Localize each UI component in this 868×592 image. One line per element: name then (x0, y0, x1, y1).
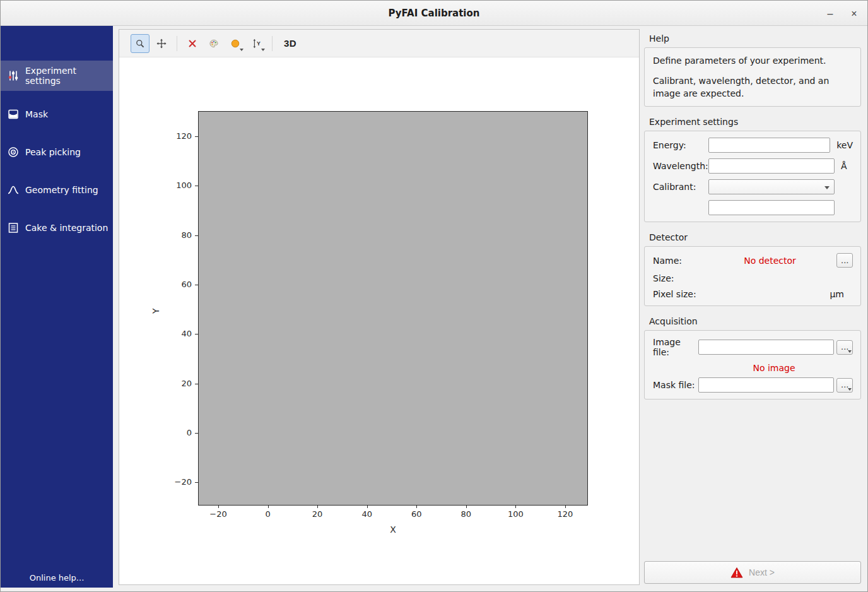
mask-file-row: Mask file: ... (653, 377, 853, 393)
target-icon (7, 146, 20, 158)
chevron-down-icon (824, 186, 830, 189)
axis-orientation-button[interactable]: Y (247, 34, 266, 53)
y-tick-mark (195, 334, 198, 334)
plot-canvas[interactable] (198, 111, 588, 506)
sidebar-item-peak-picking[interactable]: Peak picking (1, 137, 113, 167)
plot-toolbar: Y 3D (119, 30, 639, 57)
wavelength-unit: Å (841, 161, 847, 171)
titlebar: PyFAI Calibration – × (1, 1, 867, 26)
sidebar: Experiment settings Mask Peak picking (1, 26, 113, 588)
3d-label: 3D (284, 38, 296, 49)
experiment-settings-box: Energy: keV Wavelength: Å Calibrant: (644, 131, 861, 222)
x-tick-label: 80 (447, 509, 485, 519)
detector-size-label: Size: (653, 273, 703, 283)
sidebar-item-geometry-fitting[interactable]: Geometry fitting (1, 175, 113, 205)
zoom-button[interactable] (131, 34, 150, 53)
sidebar-item-label: Cake & integration (25, 223, 108, 233)
calibrant-file-row (653, 200, 853, 215)
chevron-down-icon (261, 49, 265, 51)
mask-file-input[interactable] (698, 377, 834, 393)
sidebar-item-experiment-settings[interactable]: Experiment settings (1, 61, 113, 91)
x-tick-label: 100 (496, 509, 534, 519)
energy-input[interactable] (708, 138, 830, 153)
pan-button[interactable] (152, 34, 171, 53)
detector-browse-button[interactable]: ... (836, 253, 853, 268)
y-tick-mark (195, 186, 198, 186)
energy-unit: keV (836, 140, 853, 150)
chevron-down-icon (848, 350, 852, 353)
energy-label: Energy: (653, 140, 708, 150)
y-tick-mark (195, 136, 198, 137)
help-paragraph: Calibrant, wavelength, detector, and an … (653, 74, 853, 100)
chevron-down-icon (240, 49, 243, 51)
detector-name-row: Name: No detector ... (653, 253, 853, 268)
mask-file-browse-button[interactable]: ... (836, 378, 853, 393)
sidebar-item-label: Peak picking (25, 147, 81, 157)
toolbar-separator (272, 36, 273, 51)
wavelength-input[interactable] (708, 158, 835, 174)
pixel-size-row: Pixel size: µm (653, 289, 853, 299)
x-tick-mark (466, 506, 467, 508)
help-paragraph: Define parameters of your experiment. (653, 54, 853, 67)
red-x-icon (187, 37, 197, 50)
sidebar-item-cake-integration[interactable]: Cake & integration (1, 213, 113, 243)
calibrant-select[interactable] (708, 179, 835, 194)
y-tick-label: 100 (156, 179, 192, 192)
image-file-browse-button[interactable]: ... (836, 340, 853, 355)
calibrant-row: Calibrant: (653, 179, 853, 194)
detector-name-value: No detector (703, 256, 836, 266)
y-tick-mark (195, 235, 198, 236)
y-tick-label: 60 (156, 278, 192, 291)
colormap-button[interactable] (204, 34, 223, 53)
image-file-row: Image file: ... (653, 337, 853, 357)
plot-canvas-area: X Y −20020406080100120120100806040200−20 (119, 57, 639, 584)
x-tick-label: 60 (397, 509, 435, 519)
acquisition-box: Image file: ... No image Mask file: ... (644, 330, 861, 400)
x-tick-mark (268, 506, 269, 508)
x-tick-label: 120 (546, 509, 584, 519)
experiment-settings-title: Experiment settings (649, 117, 861, 127)
plot-panel: Y 3D X Y −200204060801001201201008060402… (119, 29, 640, 585)
detector-size-row: Size: (653, 273, 853, 283)
y-tick-label: 80 (156, 229, 192, 242)
x-tick-label: 0 (249, 509, 287, 519)
y-tick-mark (195, 482, 198, 483)
clear-points-button[interactable] (183, 34, 202, 53)
3d-view-button[interactable]: 3D (278, 34, 302, 53)
image-file-input[interactable] (698, 340, 834, 355)
window-title: PyFAI Calibration (1, 1, 867, 26)
app-window: PyFAI Calibration – × Experiment setting… (0, 0, 868, 592)
online-help-link[interactable]: Online help... (1, 573, 113, 583)
next-button-label: Next > (749, 567, 775, 577)
x-tick-mark (317, 506, 318, 508)
x-tick-mark (515, 506, 516, 508)
calibrant-file-input[interactable] (708, 200, 835, 215)
sliders-icon (7, 69, 20, 82)
sidebar-item-label: Geometry fitting (25, 185, 98, 195)
x-tick-mark (565, 506, 566, 508)
mask-file-label: Mask file: (653, 380, 698, 390)
peak-curve-icon (7, 184, 20, 196)
detector-name-label: Name: (653, 256, 703, 266)
palette-icon (209, 37, 219, 50)
wavelength-label: Wavelength: (653, 161, 708, 171)
x-tick-mark (218, 506, 219, 508)
minimize-button[interactable]: – (819, 1, 841, 25)
x-tick-mark (416, 506, 417, 508)
y-tick-label: 120 (156, 130, 192, 143)
image-file-label: Image file: (653, 337, 698, 357)
pixel-size-unit: µm (830, 289, 844, 299)
detector-box: Name: No detector ... Size: Pixel size: … (644, 246, 861, 306)
y-tick-mark (195, 285, 198, 285)
y-tick-label: 20 (156, 377, 192, 390)
energy-row: Energy: keV (653, 138, 853, 153)
sidebar-item-mask[interactable]: Mask (1, 99, 113, 129)
pixel-size-label: Pixel size: (653, 289, 703, 299)
y-tick-mark (195, 433, 198, 434)
ring-color-button[interactable] (226, 34, 245, 53)
next-button[interactable]: Next > (644, 561, 861, 584)
x-tick-label: −20 (199, 509, 237, 519)
close-button[interactable]: × (843, 1, 865, 25)
acquisition-section-title: Acquisition (649, 316, 861, 326)
document-lines-icon (7, 222, 20, 234)
